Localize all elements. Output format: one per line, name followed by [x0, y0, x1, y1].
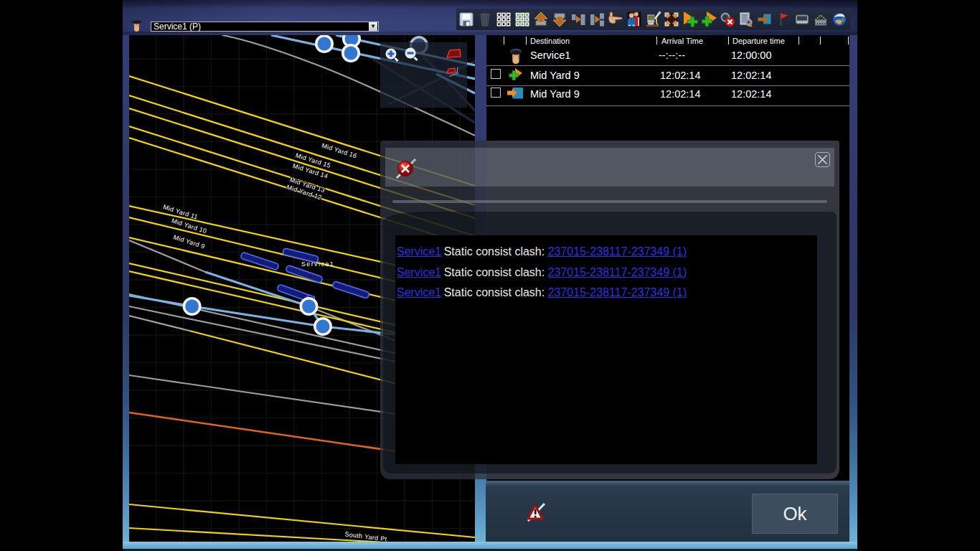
svg-text:Mid Yard 9: Mid Yard 9 [172, 233, 206, 250]
svg-text:Mid Yard 11: Mid Yard 11 [162, 203, 199, 221]
svg-text:Service1: Service1 [301, 260, 334, 268]
svg-text:Mid Yard 16: Mid Yard 16 [321, 142, 358, 160]
